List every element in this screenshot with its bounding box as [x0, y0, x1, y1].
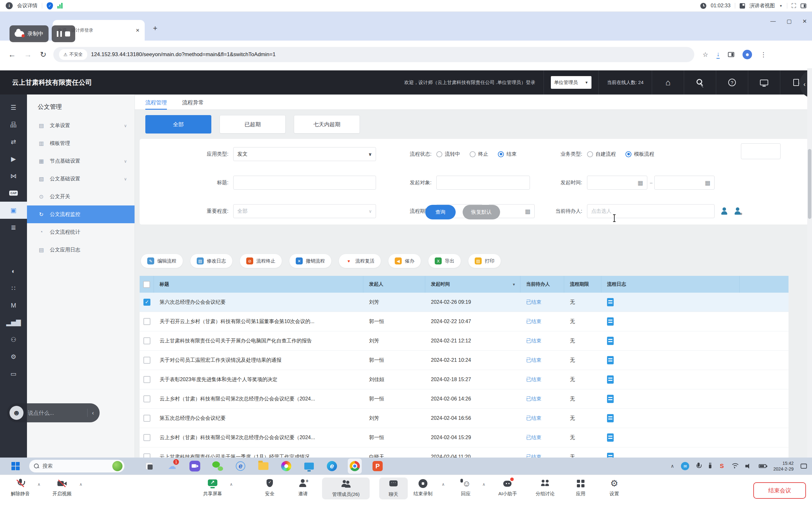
home-icon[interactable]: ⌂ [652, 70, 684, 95]
calendar-icon[interactable]: ▦ [705, 179, 710, 186]
rail-item[interactable]: ▂▅▇ [0, 314, 27, 331]
action-button[interactable]: ✎ 编辑流程 [141, 253, 183, 268]
start-date-from-input[interactable]: ▦ [587, 176, 647, 189]
reactions-button[interactable]: 回应 [442, 478, 490, 497]
cloud-app-icon[interactable]: ☁1 [165, 458, 179, 474]
row-checkbox[interactable] [143, 415, 150, 422]
back-icon[interactable]: ← [8, 50, 16, 59]
content-tab[interactable]: 流程管理 [145, 95, 167, 110]
table-row[interactable]: 关于召开云上乡村（甘肃）科技有限公司第1届董事会第10次会议的... 郭一恒 2… [140, 312, 789, 331]
help-icon[interactable]: ? [716, 70, 748, 95]
tray-plug-icon[interactable] [708, 463, 713, 469]
radio-icon[interactable] [498, 151, 504, 157]
tray-mail-icon[interactable]: ✉ [681, 462, 689, 470]
importance-select[interactable]: 全部∨ [233, 204, 376, 218]
network-signal-icon[interactable] [57, 3, 62, 9]
table-row[interactable]: 云上甘肃科技有限责任公司关于开展办公电脑国产化自查工作的报告 刘芳 2024-0… [140, 331, 789, 351]
radio-icon[interactable] [625, 151, 631, 157]
window-minimize-button[interactable]: — [770, 18, 776, 25]
chevron-down-icon[interactable]: ▼ [779, 4, 782, 8]
meeting-chat-widget[interactable]: ☻ 说点什么... ‹ [7, 403, 100, 422]
chevron-down-icon[interactable]: ∨ [124, 177, 127, 181]
biz-extra-input[interactable] [741, 143, 780, 159]
taskbar-search[interactable]: 搜索 [29, 460, 124, 472]
sidebar-menu-item[interactable]: ⊙ 公文开关 [27, 188, 135, 206]
biz-type-radio[interactable]: 自建流程 [587, 151, 616, 158]
browser-profile-avatar[interactable]: ☻ [743, 50, 752, 59]
start-date-to-input[interactable]: ▦ [654, 176, 715, 189]
wifi-icon[interactable] [731, 463, 739, 469]
quick-filter-button[interactable]: 七天内超期 [294, 115, 360, 133]
sidebar-menu-item[interactable]: ▤ 公文应用日志 [27, 241, 135, 259]
new-tab-button[interactable]: + [153, 24, 157, 33]
calendar-icon[interactable]: ▦ [525, 208, 530, 215]
pause-recording-icon[interactable] [57, 31, 62, 37]
select-person-icon[interactable] [720, 207, 728, 215]
split-view-icon[interactable] [728, 52, 734, 57]
row-checkbox[interactable] [143, 318, 150, 325]
exit-fullscreen-icon[interactable]: ⛶ [792, 2, 796, 9]
flow-status-radio[interactable]: 结束 [498, 151, 517, 158]
download-icon[interactable]: ↓ [716, 50, 720, 59]
start-video-button[interactable]: 开启视频 [38, 478, 86, 497]
rail-item[interactable]: ⚇ [0, 331, 27, 348]
rail-item[interactable]: ▣ [0, 202, 27, 219]
title-input[interactable] [233, 176, 376, 189]
radio-icon[interactable] [436, 151, 442, 157]
search-button[interactable]: 查询 [425, 205, 456, 219]
content-tab[interactable]: 流程异常 [182, 95, 204, 110]
ie-icon[interactable]: e [234, 458, 248, 474]
table-row[interactable]: 第六次总经理办公会会议纪要 刘芳 2024-02-26 09:19 已结束 无 [140, 293, 789, 312]
folder-icon[interactable] [256, 458, 270, 474]
layout-view-icon[interactable] [740, 3, 745, 9]
address-bar[interactable]: ⚠ 不安全 124.152.93.44:13180/seeyon/main.do… [53, 47, 694, 62]
table-row[interactable]: 关于表彰2023年度先进集体和先进个人等奖项的决定 刘佳姮 2024-02-18… [140, 370, 789, 389]
remove-person-icon[interactable] [733, 207, 742, 215]
rail-item[interactable]: ⚙ [0, 348, 27, 365]
chevron-down-icon[interactable]: ∨ [124, 159, 127, 164]
row-checkbox[interactable] [143, 357, 150, 364]
edge-icon[interactable]: e [325, 458, 339, 474]
quick-filter-button[interactable]: 已超期 [219, 115, 286, 133]
info-icon[interactable]: i [6, 2, 13, 9]
app-type-select[interactable]: 发文∨ [233, 147, 376, 161]
tray-mic-icon[interactable] [696, 463, 701, 469]
table-row[interactable]: 云上乡村（甘肃）科技有限公司第2次总经理办公会会议纪要（2024... 郭一恒 … [140, 389, 789, 409]
wechat-icon[interactable] [211, 458, 225, 474]
invite-button[interactable]: 邀请 [279, 478, 327, 497]
emoji-icon[interactable]: ☻ [9, 406, 23, 420]
flow-log-icon[interactable] [607, 298, 614, 306]
page-scrollbar[interactable] [807, 68, 812, 457]
notification-center-icon[interactable] [801, 463, 807, 469]
rail-item[interactable]: 品 [0, 116, 27, 133]
table-row[interactable]: 云上乡村（甘肃）科技有限公司第2次总经理办公会会议纪要（2024... 郭一恒 … [140, 428, 789, 447]
table-row[interactable]: 第五次总经理办公会会议纪要 刘芳 2024-02-04 16:56 已结束 无 [140, 409, 789, 428]
refresh-icon[interactable]: ↻ [40, 50, 46, 59]
taskbar-clock[interactable]: 15:42 2024-2-29 [773, 460, 794, 472]
rail-item[interactable]: ▭ [0, 365, 27, 382]
action-button[interactable]: X 导出 [428, 253, 461, 268]
flow-status-radio[interactable]: 终止 [470, 151, 488, 158]
rail-item[interactable]: ≣ [0, 219, 27, 236]
search-highlight-image[interactable] [112, 461, 122, 471]
action-button[interactable]: ⊘ 流程终止 [240, 253, 282, 268]
task-view-icon[interactable] [142, 458, 156, 474]
row-checkbox[interactable] [143, 395, 150, 402]
action-button[interactable]: ♥ 流程复活 [339, 253, 381, 268]
rail-item[interactable]: ☰ [0, 99, 27, 116]
shield-check-icon[interactable]: ✓ [47, 2, 53, 9]
tray-expand-icon[interactable]: ∧ [671, 463, 674, 469]
workspace-monitor-icon[interactable] [748, 70, 780, 95]
browser-menu-icon[interactable]: ⋮ [760, 51, 767, 58]
manage-members-button[interactable]: 管理成员(26) [322, 477, 370, 499]
assignee-input[interactable]: 点击选人 [587, 204, 715, 218]
table-row[interactable]: 关于对公司员工温照宏工作失误情况及处理结果的通报 郭一恒 2024-02-21 … [140, 351, 789, 370]
video-app-icon[interactable] [188, 458, 202, 474]
row-checkbox[interactable] [143, 337, 150, 344]
select-all-checkbox[interactable] [143, 281, 150, 288]
view-mode-label[interactable]: 演讲者视图 [750, 3, 775, 9]
initiator-target-input[interactable] [436, 176, 530, 189]
photos-app-icon[interactable] [279, 458, 293, 474]
sidebar-menu-item[interactable]: ▥ 模板管理 [27, 134, 135, 152]
scrollbar-thumb[interactable] [808, 149, 811, 219]
